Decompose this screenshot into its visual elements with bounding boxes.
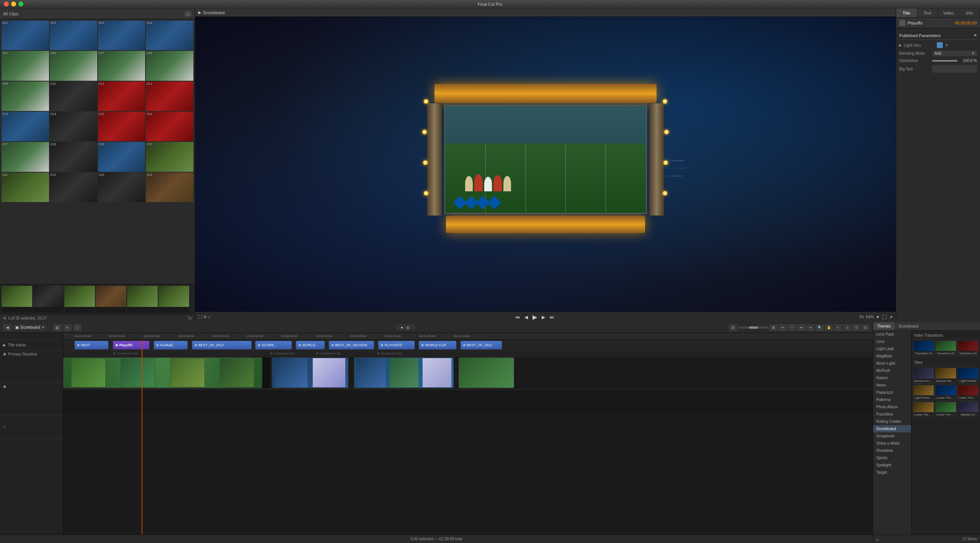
title-around-screens[interactable]: Around Screens: [913, 368, 934, 383]
fullscreen-viewer-button[interactable]: ⛶: [882, 315, 887, 320]
audio-skimmer-button[interactable]: ♬: [843, 324, 851, 331]
clip-item-009[interactable]: 009: [2, 82, 49, 111]
video-clip-hockey2[interactable]: [354, 357, 454, 388]
light-intro-swatch[interactable]: [937, 42, 943, 48]
zoom-slider[interactable]: [738, 326, 769, 329]
clip-item-022[interactable]: 022: [50, 173, 97, 202]
solo-button[interactable]: S: [852, 324, 861, 331]
clip-item-017[interactable]: 017: [2, 142, 49, 171]
timeline-index-button[interactable]: ≡: [63, 324, 72, 331]
close-button[interactable]: [4, 2, 9, 7]
clip-item-011[interactable]: 011: [98, 82, 145, 111]
clip-next[interactable]: ⊕ NEXT: [75, 341, 108, 349]
crop-icon[interactable]: ⛶: [198, 315, 202, 319]
back-button[interactable]: ◀: [3, 324, 11, 331]
video-clip-football2[interactable]: [459, 357, 514, 388]
clip-item-016[interactable]: 016: [146, 112, 193, 141]
bottom-clip-025[interactable]: [2, 286, 32, 312]
jog-wheel[interactable]: ◎: [406, 325, 410, 329]
theme-item-target[interactable]: Target: [873, 469, 911, 476]
minimize-button[interactable]: [11, 2, 16, 7]
clip-playoffs2[interactable]: ⊕ PLAYOFFS: [378, 341, 415, 349]
bottom-clip-026[interactable]: [33, 286, 64, 312]
clip-item-004[interactable]: 004: [146, 21, 193, 50]
video-clip-hockey1[interactable]: [272, 357, 348, 388]
tab-info[interactable]: Info: [959, 8, 980, 17]
theme-item-spotlight[interactable]: Spotlight: [873, 461, 911, 469]
record-button[interactable]: ●: [401, 325, 403, 329]
trim-tool[interactable]: ⊷: [797, 324, 805, 331]
theme-item-sports[interactable]: Sports: [873, 454, 911, 461]
tab-text[interactable]: Text: [917, 8, 938, 17]
audio-lanes-button[interactable]: ♫: [73, 324, 82, 331]
play-button[interactable]: ▶: [532, 313, 537, 321]
clip-item-003[interactable]: 003: [98, 21, 145, 50]
theme-item-mopush[interactable]: MoPush: [873, 367, 911, 374]
theme-item-lens-pack[interactable]: Lens Pack: [873, 331, 911, 338]
clip-item-024[interactable]: 024: [146, 173, 193, 202]
timeline-main[interactable]: 00:00:15:00 00:00:20:00 00:00:25:00 00:0…: [63, 333, 873, 535]
clip-item-002[interactable]: 002: [50, 21, 97, 50]
bottom-clip-030[interactable]: [158, 286, 189, 312]
tab-title[interactable]: Title: [896, 8, 917, 17]
transition-transition-03[interactable]: Transition 03: [957, 341, 978, 356]
skimmer-button[interactable]: ≈: [834, 324, 842, 331]
theme-item-showtime[interactable]: Showtime: [873, 447, 911, 454]
clip-item-015[interactable]: 015: [98, 112, 145, 141]
big-text-input[interactable]: [932, 65, 977, 73]
tab-video[interactable]: Video: [938, 8, 959, 17]
title-around-the-wall[interactable]: Around the Wall: [935, 368, 956, 383]
theme-item-lens[interactable]: Lens: [873, 338, 911, 345]
zoom-tool[interactable]: 🔍: [815, 324, 824, 331]
clip-item-021[interactable]: 021: [2, 173, 49, 202]
theme-item-moon-light[interactable]: Moon Light: [873, 360, 911, 367]
expand-arrow[interactable]: ▶: [899, 44, 902, 47]
param-value-blending[interactable]: Add ▼: [932, 51, 977, 56]
theme-item-news[interactable]: News: [873, 382, 911, 389]
glossiness-slider[interactable]: [932, 60, 957, 62]
clip-item-005[interactable]: 005: [2, 51, 49, 80]
clip-item-023[interactable]: 023: [98, 173, 145, 202]
title-light-panels-full-frame[interactable]: Light Panels Full Frame: [913, 385, 934, 401]
effects-tab-themes[interactable]: Themes: [873, 322, 895, 330]
cut-tool[interactable]: ✂: [779, 324, 787, 331]
clip-item-006[interactable]: 006: [50, 51, 97, 80]
zoom-in-button[interactable]: ⊞: [769, 324, 778, 331]
clip-world-cup[interactable]: ⊕ WORLD CUP: [419, 341, 456, 349]
theme-item-nature[interactable]: Nature: [873, 374, 911, 382]
clip-item-013[interactable]: 013: [2, 112, 49, 141]
effects-tab-scoreboard[interactable]: Scoreboard: [895, 322, 922, 330]
light-intro-dropdown[interactable]: ▼: [945, 44, 948, 47]
title-light-panels[interactable]: Light Panels: [957, 368, 978, 383]
title-lower-third-03[interactable]: Lower Third 03: [913, 402, 934, 417]
collapse-icon[interactable]: ✕: [973, 33, 977, 38]
clip-item-001[interactable]: 001: [2, 21, 49, 50]
clip-item-007[interactable]: 007: [98, 51, 145, 80]
title-lower-third-02[interactable]: Lower Third 02: [957, 385, 978, 401]
go-end-button[interactable]: ⏭: [550, 315, 554, 320]
transform-icon[interactable]: ⟳: [204, 315, 207, 319]
clip-item-018[interactable]: 018: [50, 142, 97, 171]
prev-frame-button[interactable]: ◀: [524, 315, 528, 320]
clip-item-008[interactable]: 008: [146, 51, 193, 80]
theme-item-light-leak[interactable]: Light Leak: [873, 345, 911, 352]
clip-best-2012b[interactable]: ⊕ BEST_OF_2012: [461, 341, 502, 349]
title-lower-third-04[interactable]: Lower Third 04: [935, 402, 956, 417]
next-frame-button[interactable]: ▶: [542, 315, 545, 320]
bottom-clip-028[interactable]: [96, 286, 126, 312]
clip-item-010[interactable]: 010: [50, 82, 97, 111]
snapping-button[interactable]: ⊙: [861, 324, 870, 331]
clip-football[interactable]: ⊕ Football...: [154, 341, 188, 349]
theme-item-paparazzi[interactable]: Paparazzi: [873, 389, 911, 396]
audio-icon[interactable]: ♪: [208, 315, 210, 319]
transition-transition-01[interactable]: Transition 01: [913, 341, 934, 356]
clip-item-020[interactable]: 020: [146, 142, 193, 171]
clip-best-2012[interactable]: ⊕ BEST_OF_2012: [192, 341, 252, 349]
theme-item-punchline[interactable]: Punchline: [873, 411, 911, 418]
clip-item-012[interactable]: 012: [146, 82, 193, 111]
share-button[interactable]: ↗: [889, 315, 893, 320]
bottom-clip-029[interactable]: [127, 286, 158, 312]
video-clip-football1[interactable]: [63, 357, 262, 388]
clip-appearance-button[interactable]: ▤: [53, 324, 62, 331]
search-effects-icon[interactable]: ⌕: [876, 537, 879, 541]
